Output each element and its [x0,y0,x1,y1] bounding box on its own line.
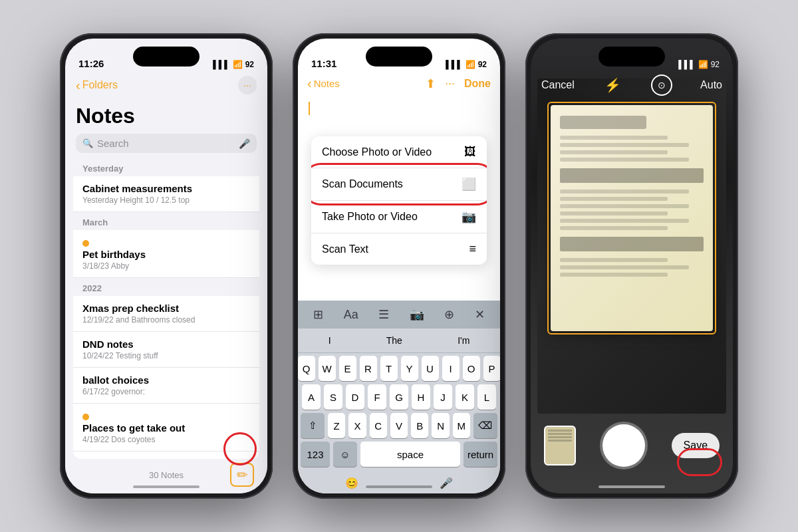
key-i[interactable]: I [442,356,460,381]
key-p[interactable]: P [483,356,501,381]
face-id-button[interactable]: ⊙ [651,74,672,96]
search-toolbar-icon[interactable]: ⊕ [442,305,457,325]
key-f[interactable]: F [368,384,386,410]
thumb-line [548,440,572,442]
pin-icon [82,414,89,420]
note-meta: Yesterday Height 10 / 12.5 top [82,196,250,205]
close-toolbar-icon[interactable]: ✕ [472,305,487,325]
key-m[interactable]: M [453,413,470,438]
back-to-notes[interactable]: Notes [307,76,340,91]
list-item[interactable]: DND notes 10/24/22 Testing stuff [73,332,259,368]
menu-item-photo[interactable]: Choose Photo or Video 🖼 [311,136,487,168]
key-o[interactable]: O [463,356,480,381]
editor-area[interactable]: Choose Photo or Video 🖼 Scan Documents ⬜… [298,96,500,301]
list-item[interactable]: Cabinet measurements Yesterday Height 10… [73,176,259,212]
shutter-button[interactable] [602,424,645,467]
scan-text-label: Scan Text [322,243,368,255]
numbers-key[interactable]: 123 [301,442,330,467]
key-l[interactable]: L [477,384,496,410]
more-button-2[interactable]: ··· [445,76,455,90]
camera-icon: 📷 [462,209,476,224]
wifi-icon: 📶 [233,60,243,69]
emoji-key[interactable]: ☺ [333,442,357,467]
key-j[interactable]: J [434,384,452,410]
battery-icon-2: 92 [478,60,487,69]
checklist-icon[interactable]: ☰ [376,305,392,325]
mic-button-2[interactable]: 🎤 [440,477,453,489]
suggestions-row: I The I'm [298,329,500,353]
menu-item-take-photo[interactable]: Take Photo or Video 📷 [311,201,487,233]
search-bar[interactable]: 🔍 Search 🎤 [76,134,257,153]
shift-key[interactable]: ⇧ [301,413,325,438]
wifi-icon-2: 📶 [466,60,475,69]
key-g[interactable]: G [390,384,408,410]
compose-button[interactable]: ✏ [230,463,254,487]
choose-photo-label: Choose Photo or Video [322,146,432,158]
return-key[interactable]: return [464,442,497,467]
highlight-circle-compose [223,432,257,466]
wifi-icon-3: 📶 [698,60,708,69]
scan-thumbnail[interactable] [544,426,576,466]
dynamic-island-2 [366,47,432,66]
list-item[interactable]: ballot choices 6/17/22 governor: [73,368,259,404]
key-row-3: ⇧ Z X C V B N M ⌫ [301,413,497,438]
phone-1: 11:26 ▌▌▌ 📶 92 Folders ··· Notes 🔍 Searc… [60,33,273,499]
format-icon[interactable]: Aa [341,305,361,325]
key-u[interactable]: U [422,356,439,381]
note-title: Xmas prep checklist [82,303,250,314]
key-h[interactable]: H [412,384,430,410]
key-x[interactable]: X [348,413,366,438]
menu-item-scan-text[interactable]: Scan Text ≡ [311,233,487,265]
camera-toolbar-icon[interactable]: 📷 [407,305,427,325]
emoji-button[interactable]: 😊 [345,477,358,489]
scan-docs-icon: ⬜ [462,177,476,192]
key-w[interactable]: W [319,356,336,381]
suggestion-3[interactable]: I'm [450,332,477,348]
mic-icon: 🎤 [239,138,250,149]
key-d[interactable]: D [346,384,364,410]
note-title: Cabinet measurements [82,183,250,194]
signal-icon-3: ▌▌▌ [678,60,696,69]
back-to-folders[interactable]: Folders [76,78,118,93]
status-time-2: 11:31 [311,58,336,69]
key-k[interactable]: K [456,384,474,410]
section-march: March [73,212,259,230]
key-b[interactable]: B [411,413,428,438]
notes-list: Yesterday Cabinet measurements Yesterday… [73,158,259,459]
keyboard-toolbar: ⊞ Aa ☰ 📷 ⊕ ✕ [298,301,500,329]
menu-item-scan-docs[interactable]: Scan Documents ⬜ [311,168,487,201]
key-row-2: A S D F G H J K L [301,384,497,410]
key-y[interactable]: Y [401,356,418,381]
scan-text-icon: ≡ [469,242,476,256]
key-z[interactable]: Z [328,413,345,438]
key-r[interactable]: R [360,356,377,381]
key-a[interactable]: A [302,384,321,410]
key-q[interactable]: Q [298,356,315,381]
note-title: DND notes [82,338,250,350]
list-item[interactable]: Xmas prep checklist 12/19/22 and Bathroo… [73,296,259,332]
key-c[interactable]: C [370,413,387,438]
list-item[interactable]: Pet birthdays 3/18/23 Abby [73,230,259,278]
suggestion-2[interactable]: The [378,332,410,348]
share-button[interactable]: ⬆ [426,76,436,91]
key-n[interactable]: N [432,413,449,438]
key-v[interactable]: V [390,413,408,438]
space-key[interactable]: space [360,442,460,467]
key-e[interactable]: E [339,356,356,381]
key-s[interactable]: S [324,384,342,410]
more-button-1[interactable]: ··· [238,76,257,94]
scan-docs-label: Scan Documents [322,178,403,190]
bottom-emoji-row: 😊 🎤 [298,473,500,493]
search-placeholder: Search [97,138,235,149]
cancel-button[interactable]: Cancel [541,79,575,91]
table-icon[interactable]: ⊞ [311,305,326,325]
page-title: Notes [65,100,267,131]
note-title: Places to get take out [82,422,250,434]
done-button[interactable]: Done [464,78,491,90]
key-t[interactable]: T [380,356,398,381]
flash-button[interactable]: ⚡ [602,74,624,96]
suggestion-1[interactable]: I [321,332,339,348]
nav-bar-2: Notes ⬆ ··· Done [298,73,500,96]
home-indicator-1 [133,485,200,488]
delete-key[interactable]: ⌫ [473,413,497,438]
